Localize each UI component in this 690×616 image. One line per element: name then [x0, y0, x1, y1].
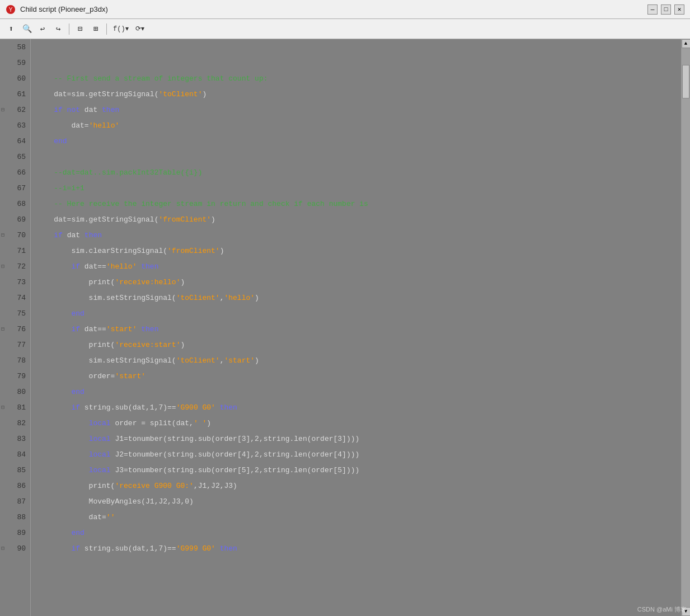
code-line — [36, 149, 681, 164]
code-line: end — [36, 384, 681, 399]
token: MoveByAngles(J1,J2,J3,0) — [36, 497, 194, 506]
scroll-thumb[interactable] — [682, 65, 689, 98]
line-number: 62 — [17, 106, 26, 114]
code-line: local J3=tonumber(string.sub(order[5],2,… — [36, 462, 681, 478]
toolbar-refresh-btn[interactable]: ⟳▾ — [133, 22, 147, 36]
code-line: dat=sim.getStringSignal('fromClient') — [36, 211, 681, 227]
token: '' — [106, 513, 115, 521]
window-controls: — □ ✕ — [647, 4, 684, 15]
token — [36, 544, 71, 553]
token: 'receive G900 G0:' — [115, 482, 193, 490]
fold-indicator[interactable]: ⊟ — [1, 232, 4, 238]
token — [36, 137, 54, 145]
token: ) — [180, 278, 185, 286]
token: 'start' — [115, 372, 145, 380]
token: dat — [80, 106, 102, 114]
fold-indicator[interactable]: ⊟ — [1, 545, 4, 552]
code-line — [36, 55, 681, 70]
code-line: print('receive:start') — [36, 337, 681, 352]
fold-indicator[interactable]: ⊟ — [1, 106, 4, 113]
token — [36, 435, 89, 443]
token: ' ' — [194, 419, 206, 427]
line-number: 71 — [17, 247, 26, 255]
code-line: local order = split(dat,' ') — [36, 415, 681, 431]
code-line: sim.clearStringSignal('fromClient') — [36, 243, 681, 258]
code-line: if dat=='start' then — [36, 321, 681, 337]
line-number: 70 — [17, 231, 26, 239]
token — [36, 529, 71, 537]
code-line: --i=i+1 — [36, 180, 681, 196]
scroll-track[interactable] — [682, 48, 690, 607]
code-area[interactable]: -- First send a stream of integers that … — [31, 39, 681, 616]
token: order = split(dat, — [111, 419, 194, 427]
line-num: 63 — [0, 117, 30, 133]
maximize-button[interactable]: □ — [661, 4, 671, 15]
fold-indicator[interactable]: ⊟ — [1, 263, 4, 270]
token: ) — [220, 247, 224, 255]
toolbar-undo-btn[interactable]: ↩ — [36, 22, 49, 36]
token: string.sub(dat,1,7)== — [80, 403, 176, 412]
token: 'toClient' — [176, 294, 220, 302]
token: 'fromClient' — [158, 215, 211, 224]
token — [36, 231, 54, 239]
token: string.sub(dat,1,7)== — [80, 544, 176, 553]
line-num: 74 — [0, 290, 30, 305]
toolbar-expand-btn[interactable]: ⊞ — [89, 22, 102, 36]
line-number: 68 — [17, 200, 26, 208]
token: dat=sim.getStringSignal( — [36, 90, 158, 98]
token: dat== — [80, 262, 106, 271]
line-num: ⊟81 — [0, 399, 30, 415]
line-num: 88 — [0, 509, 30, 525]
token — [36, 325, 71, 333]
window-title: Child script (Pioneer_p3dx) — [20, 5, 108, 13]
line-num: 80 — [0, 384, 30, 399]
line-number: 75 — [17, 309, 26, 318]
toolbar-collapse-btn[interactable]: ⊟ — [73, 22, 87, 36]
line-number: 85 — [17, 466, 26, 474]
line-number: 72 — [17, 262, 26, 271]
line-number: 77 — [17, 341, 26, 349]
token — [36, 403, 71, 412]
toolbar-separator-2 — [106, 23, 107, 35]
title-bar: Y Child script (Pioneer_p3dx) — □ ✕ — [0, 0, 690, 19]
token — [36, 184, 54, 192]
token: ) — [206, 419, 211, 427]
token: 'toClient' — [158, 90, 202, 98]
scroll-up-arrow[interactable]: ▲ — [682, 39, 691, 48]
fold-indicator[interactable]: ⊟ — [1, 404, 4, 411]
toolbar-redo-btn[interactable]: ↪ — [51, 22, 65, 36]
line-num: 69 — [0, 211, 30, 227]
token: 'receive:start' — [115, 341, 180, 349]
token: , — [220, 294, 224, 302]
token: 'toClient' — [176, 356, 220, 365]
line-num: 84 — [0, 446, 30, 462]
line-number: 89 — [17, 529, 26, 537]
token — [36, 388, 71, 396]
token: then — [215, 544, 237, 553]
fold-indicator[interactable]: ⊟ — [1, 326, 4, 332]
minimize-button[interactable]: — — [647, 4, 658, 15]
line-num: 71 — [0, 243, 30, 258]
token: print( — [36, 482, 115, 490]
token: print( — [36, 341, 115, 349]
line-num: 77 — [0, 337, 30, 352]
toolbar-separator-1 — [69, 23, 69, 35]
token: end — [54, 137, 67, 145]
line-number: 81 — [17, 403, 26, 412]
line-number: 65 — [17, 153, 26, 161]
token: 'G900 G0' — [176, 403, 215, 412]
token — [36, 200, 54, 208]
line-num: 58 — [0, 39, 30, 55]
token: dat= — [36, 513, 106, 521]
close-button[interactable]: ✕ — [674, 4, 684, 15]
code-line: dat='hello' — [36, 117, 681, 133]
line-num: ⊟76 — [0, 321, 30, 337]
toolbar-search-btn[interactable]: 🔍 — [20, 22, 34, 36]
line-num: 67 — [0, 180, 30, 196]
toolbar-up-btn[interactable]: ⬆ — [4, 22, 18, 36]
token: if — [71, 325, 80, 333]
line-number: 88 — [17, 513, 26, 521]
line-number: 87 — [17, 497, 26, 506]
toolbar-func-btn[interactable]: f()▾ — [111, 22, 131, 36]
line-number: 79 — [17, 372, 26, 380]
